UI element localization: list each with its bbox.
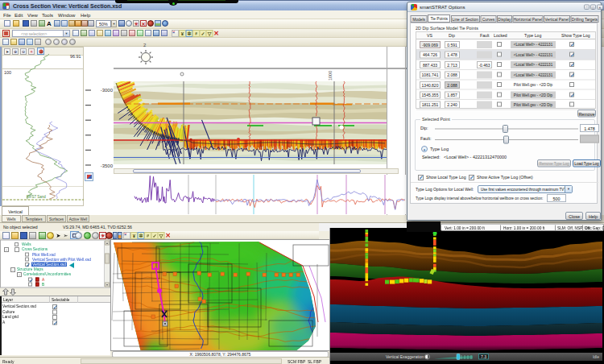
svg-text:1000: 1000 [328,71,333,81]
svg-text:-3500: -3500 [101,163,114,168]
svg-text:2: 2 [143,43,147,48]
svg-text:MFS7 Sand: MFS7 Sand [27,195,46,199]
svg-text:-3000: -3000 [101,88,114,93]
